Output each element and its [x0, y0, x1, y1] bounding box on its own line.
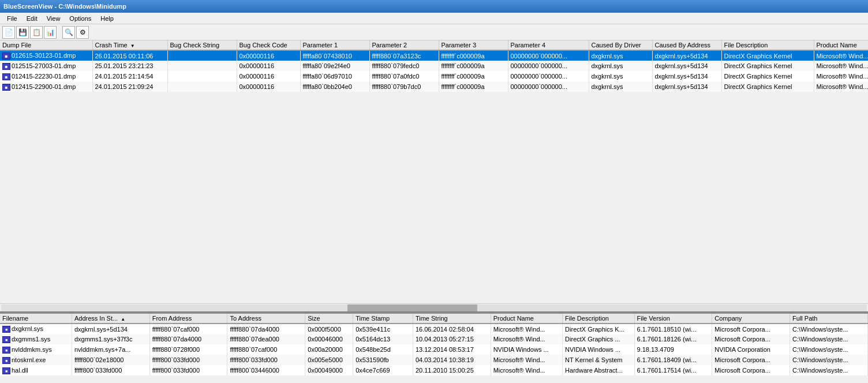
lower-cell: C:\Windows\syste... [790, 365, 868, 375]
lower-cell: 0x4ce7c669 [353, 365, 413, 375]
upper-cell [167, 71, 237, 81]
col-file-desc[interactable]: File Description [721, 40, 814, 50]
lower-cell: fffff880`07caf000 [227, 344, 305, 355]
lower-table-row[interactable]: ■hal.dllfffff800`033fd000fffff800`033fd0… [0, 365, 868, 375]
lower-cell: 6.1.7601.17514 (wi... [634, 365, 712, 375]
lower-cell: fffff880`07caf000 [149, 323, 227, 334]
lcol-full-path[interactable]: Full Path [790, 314, 868, 323]
lower-cell: fffff800`033fd000 [149, 355, 227, 365]
lower-table-container[interactable]: Filename Address In St... ▲ From Address… [0, 314, 868, 383]
upper-cell: Microsoft® Wind... [814, 71, 868, 81]
upper-cell: dxgkrnl.sys+5d134 [652, 71, 721, 81]
col-param3[interactable]: Parameter 3 [439, 40, 508, 50]
col-product-name[interactable]: Product Name [814, 40, 868, 50]
lcol-file-desc[interactable]: File Description [563, 314, 634, 323]
upper-cell [167, 81, 237, 92]
col-caused-address[interactable]: Caused By Address [652, 40, 721, 50]
upper-table-row[interactable]: ■012415-22230-01.dmp24.01.2015 21:14:540… [0, 71, 868, 81]
toolbar-btn-4[interactable]: 📊 [44, 26, 57, 39]
lcol-file-version[interactable]: File Version [634, 314, 712, 323]
lower-cell: 0x539e411c [353, 323, 413, 334]
menu-help[interactable]: Help [96, 14, 118, 23]
upper-cell: fffff880`07a3123c [369, 50, 439, 61]
lcol-to-address[interactable]: To Address [227, 314, 305, 323]
upper-table-row[interactable]: ■012615-30123-01.dmp26.01.2015 00:11:060… [0, 50, 868, 61]
lower-cell: C:\Windows\syste... [790, 323, 868, 334]
lower-cell: 6.1.7601.18126 (wi... [634, 334, 712, 344]
lower-section: Filename Address In St... ▲ From Address… [0, 314, 868, 383]
lcol-time-stamp[interactable]: Time Stamp [353, 314, 413, 323]
lcol-company[interactable]: Company [712, 314, 790, 323]
lower-cell: Microsoft Corpora... [712, 334, 790, 344]
lower-cell: 9.18.13.4709 [634, 344, 712, 355]
lower-cell: fffff880`07da4000 [149, 334, 227, 344]
upper-cell: ffffffff`c000009a [439, 61, 508, 71]
upper-table-row[interactable]: ■012415-22900-01.dmp24.01.2015 21:09:240… [0, 81, 868, 92]
lower-cell: C:\Windows\syste... [790, 344, 868, 355]
hscroll-thumb[interactable] [347, 304, 477, 311]
lcol-size[interactable]: Size [305, 314, 353, 323]
upper-cell: fffffa80`0bb204e0 [300, 81, 369, 92]
lower-cell: NVIDIA Corporation [712, 344, 790, 355]
lower-cell: C:\Windows\syste... [790, 334, 868, 344]
menu-edit[interactable]: Edit [22, 14, 42, 23]
upper-cell: ■012415-22900-01.dmp [0, 81, 92, 92]
col-bug-check-code[interactable]: Bug Check Code [237, 40, 300, 50]
upper-scrollbar[interactable] [0, 303, 868, 311]
upper-cell: ffffffff`c000009a [439, 81, 508, 92]
lower-cell: dxgkrnl.sys+5d134 [72, 323, 149, 334]
main-area: Dump File Crash Time ▼ Bug Check String … [0, 40, 868, 383]
upper-cell: dxgkrnl.sys [589, 50, 652, 61]
lower-table-row[interactable]: ■dxgkrnl.sysdxgkrnl.sys+5d134fffff880`07… [0, 323, 868, 334]
lcol-filename[interactable]: Filename [0, 314, 72, 323]
lower-cell: 13.12.2014 08:53:17 [413, 344, 491, 355]
lower-table-row[interactable]: ■dxgmms1.sysdxgmms1.sys+37f3cfffff880`07… [0, 334, 868, 344]
menu-options[interactable]: Options [65, 14, 96, 23]
upper-cell: dxgkrnl.sys+5d134 [652, 81, 721, 92]
upper-cell: 25.01.2015 23:21:23 [92, 61, 167, 71]
col-bug-check-string[interactable]: Bug Check String [167, 40, 237, 50]
upper-section: Dump File Crash Time ▼ Bug Check String … [0, 40, 868, 314]
toolbar-btn-5[interactable]: 🔍 [62, 26, 75, 39]
upper-cell: fffff880`079fedc0 [369, 61, 439, 71]
col-param2[interactable]: Parameter 2 [369, 40, 439, 50]
hscroll-track[interactable] [1, 304, 867, 311]
lcol-product-name[interactable]: Product Name [491, 314, 562, 323]
menu-file[interactable]: File [2, 14, 22, 23]
upper-table-header: Dump File Crash Time ▼ Bug Check String … [0, 40, 868, 50]
lcol-from-address[interactable]: From Address [149, 314, 227, 323]
toolbar-btn-1[interactable]: 📄 [2, 26, 15, 39]
lower-table-row[interactable]: ■nvlddmkm.sysnvlddmkm.sys+7a...fffff880`… [0, 344, 868, 355]
upper-cell: DirectX Graphics Kernel [721, 61, 814, 71]
upper-cell: fffff880`079b7dc0 [369, 81, 439, 92]
toolbar-btn-6[interactable]: ⚙ [76, 26, 89, 39]
col-caused-driver[interactable]: Caused By Driver [589, 40, 652, 50]
col-param1[interactable]: Parameter 1 [300, 40, 369, 50]
lower-cell: Microsoft Corpora... [712, 323, 790, 334]
col-param4[interactable]: Parameter 4 [508, 40, 589, 50]
toolbar-btn-2[interactable]: 💾 [16, 26, 29, 39]
lcol-time-string[interactable]: Time String [413, 314, 491, 323]
lower-table-row[interactable]: ■ntoskrnl.exefffff800`02e18000fffff800`0… [0, 355, 868, 365]
upper-cell: fffffa80`06d97010 [300, 71, 369, 81]
upper-cell: ■012415-22230-01.dmp [0, 71, 92, 81]
lcol-address-in-st[interactable]: Address In St... ▲ [72, 314, 149, 323]
menu-view[interactable]: View [42, 14, 65, 23]
upper-cell: 0x00000116 [237, 50, 300, 61]
col-dump-file[interactable]: Dump File [0, 40, 92, 50]
lower-cell: nvlddmkm.sys+7a... [72, 344, 149, 355]
col-crash-time[interactable]: Crash Time ▼ [92, 40, 167, 50]
upper-table-container[interactable]: Dump File Crash Time ▼ Bug Check String … [0, 40, 868, 303]
lower-cell: 04.03.2014 10:38:19 [413, 355, 491, 365]
upper-cell: Microsoft® Wind... [814, 50, 868, 61]
lower-cell: dxgmms1.sys+37f3c [72, 334, 149, 344]
upper-cell: 24.01.2015 21:14:54 [92, 71, 167, 81]
toolbar-btn-3[interactable]: 📋 [30, 26, 43, 39]
upper-cell: dxgkrnl.sys+5d134 [652, 50, 721, 61]
toolbar: 📄 💾 📋 📊 🔍 ⚙ [0, 24, 868, 40]
lower-cell: NVIDIA Windows ... [563, 344, 634, 355]
upper-cell: dxgkrnl.sys [589, 81, 652, 92]
lower-cell: 10.04.2013 05:27:15 [413, 334, 491, 344]
lower-cell: ■dxgkrnl.sys [0, 323, 72, 334]
upper-table-row[interactable]: ■012515-27003-01.dmp25.01.2015 23:21:230… [0, 61, 868, 71]
